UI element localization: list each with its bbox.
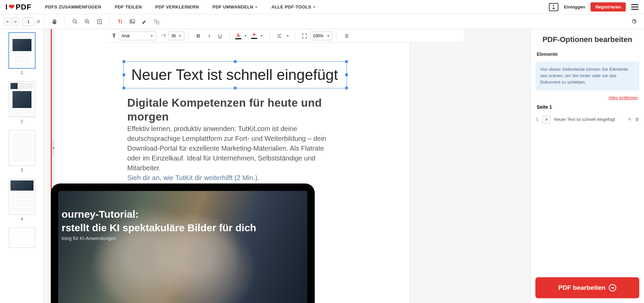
italic-button[interactable]: I xyxy=(204,31,215,41)
selected-text-box[interactable]: Neuer Text ist schnell eingefügt xyxy=(124,61,347,88)
resize-handle[interactable] xyxy=(345,60,348,63)
video-link[interactable]: Sieh dir an, wie TutKit dir weiterhilft … xyxy=(127,174,259,181)
editor-toolbar: /8 xyxy=(0,14,644,29)
delete-element-icon[interactable]: 🗑 xyxy=(635,117,639,122)
tablet-title: ourney-Tutorial: xyxy=(62,209,139,220)
options-panel: PDF-Optionen bearbeiten Elemente Von die… xyxy=(531,29,644,303)
panel-section-elements: Elemente xyxy=(531,49,644,60)
nav-split[interactable]: PDF TEILEN xyxy=(115,4,142,9)
tablet-subtitle: rstellt die KI spektakuläre Bilder für d… xyxy=(62,222,256,234)
resize-handle[interactable] xyxy=(234,87,237,89)
caret-down-icon[interactable]: ▼ xyxy=(244,34,247,38)
separator xyxy=(188,31,189,40)
separator xyxy=(229,31,230,40)
text-format-toolbar: T Arial▼ ⁺T 36▼ B I U A ▼ ▼ ▼ 100%▼ xyxy=(108,29,464,43)
text-tool-label: T xyxy=(112,33,116,39)
element-list-item[interactable]: ⇅ A Neuer Text ist schnell eingefügt ✎ 🗑 xyxy=(531,113,644,126)
svg-line-2 xyxy=(76,22,77,24)
nav-compress[interactable]: PDF VERKLEINERN xyxy=(155,4,199,9)
thumbnail-page-1[interactable] xyxy=(9,33,35,68)
add-image-icon[interactable] xyxy=(126,16,138,28)
thumb-label: 2 xyxy=(21,119,23,124)
drag-handle-icon[interactable]: ⇅ xyxy=(535,117,539,122)
page-nav: /8 xyxy=(4,18,40,26)
add-text-icon[interactable] xyxy=(114,16,126,28)
tablet-preview: ourney-Tutorial: rstellt die KI spektaku… xyxy=(51,183,315,303)
thumbnail-page-4[interactable] xyxy=(9,179,35,215)
zoom-out-icon[interactable] xyxy=(69,16,81,28)
zoom-in-icon[interactable] xyxy=(81,16,93,28)
zoom-select[interactable]: 100%▼ xyxy=(310,31,333,40)
thumbnail-page-2[interactable] xyxy=(9,81,35,117)
settings-gear-icon[interactable] xyxy=(628,16,640,28)
element-label: Neuer Text ist schnell eingefügt xyxy=(554,117,624,122)
page-total: /8 xyxy=(37,19,40,24)
font-family-select[interactable]: Arial▼ xyxy=(118,31,156,40)
page-up-button[interactable] xyxy=(4,18,11,26)
delete-element-button[interactable] xyxy=(341,31,352,41)
resize-handle[interactable] xyxy=(345,73,348,76)
resize-handle[interactable] xyxy=(123,73,125,76)
thumb-label: 1 xyxy=(21,70,23,75)
register-button[interactable]: Registrieren xyxy=(591,2,626,12)
caret-down-icon: ▼ xyxy=(255,5,258,9)
thumb-label: 3 xyxy=(21,168,23,173)
arrow-right-icon: ➔ xyxy=(609,284,616,291)
font-size-select[interactable]: 36▼ xyxy=(168,31,184,40)
thumbnail-page-3[interactable] xyxy=(9,130,35,166)
nav-alltools[interactable]: ALLE PDF-TOOLS▼ xyxy=(271,4,316,9)
page-heading: Digitale Kompetenzen für heute undmorgen xyxy=(127,96,322,124)
fill-color-button[interactable] xyxy=(250,32,259,40)
nav-merge[interactable]: PDFS ZUSAMMENFÜGEN xyxy=(45,4,101,9)
page-paragraph: Effektiv lernen, produktiv anwenden: Tut… xyxy=(127,124,327,183)
resize-handle[interactable] xyxy=(123,60,125,63)
thumbnail-page-5[interactable] xyxy=(9,228,35,248)
text-color-button[interactable]: A xyxy=(234,32,243,40)
heart-icon: ❤ xyxy=(8,3,15,12)
separator xyxy=(44,17,44,26)
thumb-label: 4 xyxy=(21,217,23,221)
remove-all-link[interactable]: Alles entfernen xyxy=(531,92,644,103)
resize-handle[interactable] xyxy=(234,60,237,63)
separator xyxy=(295,31,295,40)
process-pdf-button[interactable]: PDF bearbeiten ➔ xyxy=(535,277,639,298)
resize-handle[interactable] xyxy=(345,87,348,89)
expand-icon[interactable] xyxy=(299,31,310,41)
panel-title: PDF-Optionen bearbeiten xyxy=(531,29,644,49)
separator xyxy=(65,17,65,26)
font-size-icon: ⁺T xyxy=(161,33,166,38)
hamburger-menu-icon[interactable] xyxy=(631,4,639,10)
underline-button[interactable]: U xyxy=(215,31,225,41)
panel-page-label: Seite 1 xyxy=(531,103,644,113)
logo-text-i: I xyxy=(5,3,8,12)
draw-icon[interactable] xyxy=(138,16,151,28)
tablet-caption: ining für KI-Anwendungen xyxy=(62,236,116,241)
separator xyxy=(110,17,110,26)
inserted-text[interactable]: Neuer Text ist schnell eingefügt xyxy=(131,66,338,83)
align-button[interactable] xyxy=(274,31,285,41)
fit-page-icon[interactable] xyxy=(93,16,106,28)
edit-element-icon[interactable]: ✎ xyxy=(628,117,631,122)
nav-convert[interactable]: PDF UMWANDELN▼ xyxy=(213,4,258,9)
login-button[interactable]: Einloggen xyxy=(564,4,585,9)
panel-info-box: Von dieser Seitenleiste können Sie Eleme… xyxy=(535,62,639,90)
pdf-page[interactable]: Neuer Text ist schnell eingefügt Digital… xyxy=(54,29,409,303)
separator xyxy=(270,31,270,40)
top-nav: I ❤ PDF PDFS ZUSAMMENFÜGEN PDF TEILEN PD… xyxy=(0,0,644,14)
page-number-input[interactable] xyxy=(22,18,35,26)
caret-down-icon: ▼ xyxy=(313,5,316,9)
shapes-icon[interactable] xyxy=(151,16,163,28)
caret-down-icon[interactable]: ▼ xyxy=(260,34,263,38)
page-down-button[interactable] xyxy=(12,18,19,26)
separator xyxy=(337,31,337,40)
hand-tool-icon[interactable] xyxy=(48,16,61,28)
download-desktop-icon[interactable] xyxy=(549,3,558,11)
caret-down-icon[interactable]: ▼ xyxy=(286,34,289,38)
main-area: 1 2 3 4 ◀ T Arial▼ ⁺T 36▼ B I U xyxy=(0,29,644,303)
logo-text-pdf: PDF xyxy=(16,3,31,12)
resize-handle[interactable] xyxy=(123,87,125,89)
canvas-area[interactable]: ◀ T Arial▼ ⁺T 36▼ B I U A ▼ ▼ ▼ 100%▼ xyxy=(44,29,531,303)
bold-button[interactable]: B xyxy=(193,31,204,41)
thumbnail-rail[interactable]: 1 2 3 4 xyxy=(0,29,44,303)
logo[interactable]: I ❤ PDF xyxy=(5,3,31,12)
